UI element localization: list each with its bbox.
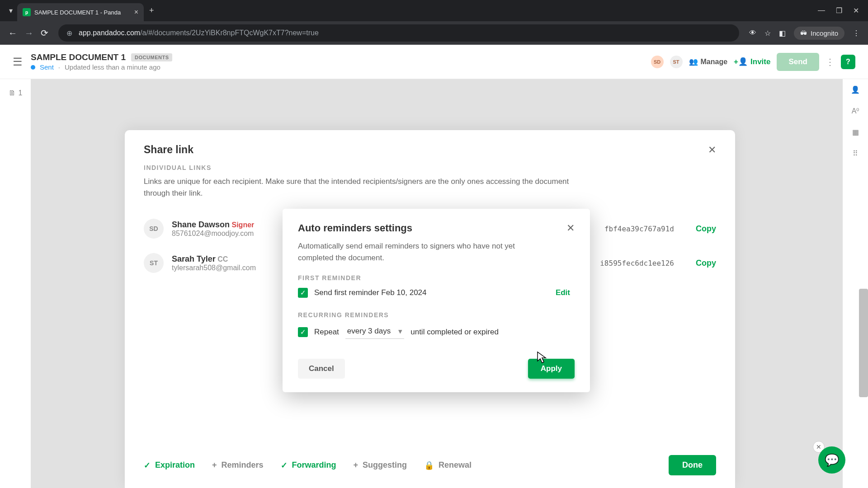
avatar: SD <box>144 219 164 239</box>
close-window-icon[interactable]: ✕ <box>853 6 859 15</box>
minimize-icon[interactable]: — <box>818 6 825 15</box>
share-panel-title: Share link <box>144 144 193 156</box>
modal-description: Automatically send email reminders to si… <box>298 240 519 263</box>
send-button: Send <box>777 53 819 71</box>
copy-button[interactable]: Copy <box>696 224 716 234</box>
first-reminder-checkbox[interactable]: ✓ <box>298 288 308 298</box>
renewal-toggle[interactable]: 🔒Renewal <box>424 460 472 470</box>
avatar: ST <box>144 253 164 273</box>
doc-status: Sent <box>40 63 54 71</box>
app-viewport: ☰ SAMPLE DOCUMENT 1 DOCUMENTS Sent · Upd… <box>0 45 868 488</box>
doc-info: SAMPLE DOCUMENT 1 DOCUMENTS Sent · Updat… <box>31 52 643 71</box>
repeat-suffix: until completed or expired <box>410 328 499 337</box>
doc-type-badge: DOCUMENTS <box>131 53 172 61</box>
doc-count: 1 <box>19 89 23 97</box>
reload-button[interactable]: ⟳ <box>41 28 48 38</box>
url-path: /a/#/documents/2UzYiBKr8npFTQcWgK7xT7?ne… <box>140 29 319 37</box>
document-icon: 🗎 <box>9 89 16 97</box>
tab-title: SAMPLE DOCUMENT 1 - Panda <box>34 9 131 16</box>
url-domain: app.pandadoc.com <box>79 29 140 37</box>
share-footer: ✓Expiration +Reminders ✓Forwarding +Sugg… <box>144 455 716 475</box>
doc-status-meta: Updated less than a minute ago <box>65 63 160 71</box>
modal-title: Auto reminders settings <box>298 222 412 234</box>
manage-button[interactable]: 👥 Manage <box>689 57 728 66</box>
avatar[interactable]: ST <box>670 56 683 68</box>
person-icon[interactable]: 👤 <box>851 85 860 94</box>
new-tab-button[interactable]: + <box>149 6 154 15</box>
close-icon[interactable]: ✕ <box>708 144 716 156</box>
browser-menu-icon[interactable]: ⋮ <box>853 29 860 38</box>
back-button[interactable]: ← <box>8 28 17 38</box>
forward-button: → <box>24 28 33 38</box>
window-controls: — ❐ ✕ <box>818 6 863 15</box>
invite-button[interactable]: +👤 Invite <box>734 57 770 66</box>
app-header: ☰ SAMPLE DOCUMENT 1 DOCUMENTS Sent · Upd… <box>0 45 868 79</box>
incognito-icon: 🕶 <box>800 29 807 37</box>
apps-icon[interactable]: ⠿ <box>853 149 858 158</box>
apply-button[interactable]: Apply <box>528 359 575 379</box>
maximize-icon[interactable]: ❐ <box>836 6 842 15</box>
site-info-icon[interactable]: ⊕ <box>66 29 72 38</box>
recipient-name: Sarah Tyler <box>172 254 216 263</box>
repeat-label: Repeat <box>314 328 339 337</box>
browser-tab[interactable]: p SAMPLE DOCUMENT 1 - Panda × <box>17 3 144 21</box>
reminders-toggle[interactable]: +Reminders <box>212 460 264 470</box>
close-icon[interactable]: ✕ <box>566 222 575 234</box>
copy-button[interactable]: Copy <box>696 258 716 268</box>
documents-rail-item[interactable]: 🗎 1 <box>5 85 26 101</box>
recipient-name: Shane Dawson <box>172 220 230 229</box>
avatar[interactable]: SD <box>651 56 664 68</box>
add-user-icon: +👤 <box>734 57 748 66</box>
people-icon: 👥 <box>689 57 698 66</box>
close-icon[interactable]: × <box>134 8 138 16</box>
first-reminder-text: Send first reminder Feb 10, 2024 <box>314 288 427 297</box>
link-fragment: i8595fec6dc1ee126 <box>593 259 674 267</box>
plus-icon: + <box>354 460 359 470</box>
browser-toolbar: ← → ⟳ ⊕ app.pandadoc.com/a/#/documents/2… <box>0 21 868 45</box>
share-section-label: INDIVIDUAL LINKS <box>144 164 716 171</box>
recipient-role: Signer <box>231 221 254 229</box>
more-menu-icon[interactable]: ⋮ <box>826 56 835 67</box>
recurring-reminders-label: RECURRING REMINDERS <box>298 311 575 319</box>
hamburger-menu-icon[interactable]: ☰ <box>13 56 23 68</box>
cancel-button[interactable]: Cancel <box>298 359 345 379</box>
expiration-toggle[interactable]: ✓Expiration <box>144 460 195 470</box>
browser-tab-strip: ▾ p SAMPLE DOCUMENT 1 - Panda × + — ❐ ✕ <box>0 0 868 21</box>
share-description: Links are unique for each recipient. Mak… <box>144 176 573 199</box>
first-reminder-label: FIRST REMINDER <box>298 274 575 282</box>
variables-icon[interactable]: A⁰ <box>852 107 859 115</box>
suggesting-toggle[interactable]: +Suggesting <box>354 460 407 470</box>
plus-icon: + <box>212 460 217 470</box>
lock-icon: 🔒 <box>424 460 434 470</box>
favicon-icon: p <box>23 8 31 16</box>
check-icon: ✓ <box>281 460 288 470</box>
invite-label: Invite <box>750 57 770 66</box>
tab-search-dropdown[interactable]: ▾ <box>5 5 17 17</box>
left-rail: 🗎 1 <box>0 79 31 488</box>
incognito-badge[interactable]: 🕶 Incognito <box>794 27 844 40</box>
link-fragment: fbf4ea39c767a91d <box>593 225 674 233</box>
right-rail: 👤 A⁰ ▦ ⠿ <box>843 79 868 488</box>
scrollbar-thumb[interactable] <box>859 289 868 397</box>
status-dot-icon <box>31 65 35 70</box>
bookmark-icon[interactable]: ☆ <box>764 29 771 38</box>
forwarding-toggle[interactable]: ✓Forwarding <box>281 460 336 470</box>
done-button[interactable]: Done <box>669 455 716 475</box>
edit-button[interactable]: Edit <box>556 288 570 297</box>
side-panel-icon[interactable]: ◧ <box>779 29 786 38</box>
chat-fab-button[interactable]: 💬 <box>818 446 845 474</box>
help-button[interactable]: ? <box>841 55 855 69</box>
recurring-checkbox[interactable]: ✓ <box>298 327 308 337</box>
check-icon: ✓ <box>144 460 151 470</box>
address-bar[interactable]: ⊕ app.pandadoc.com/a/#/documents/2UzYiBK… <box>58 24 739 42</box>
recipient-role: CC <box>217 255 228 263</box>
table-icon[interactable]: ▦ <box>852 128 859 136</box>
visibility-off-icon[interactable]: 👁 <box>749 29 756 37</box>
doc-title: SAMPLE DOCUMENT 1 <box>31 52 126 62</box>
repeat-frequency-dropdown[interactable]: every 3 days <box>345 325 404 339</box>
incognito-label: Incognito <box>811 29 838 37</box>
auto-reminders-modal: Auto reminders settings ✕ Automatically … <box>283 209 590 392</box>
manage-label: Manage <box>701 58 728 66</box>
